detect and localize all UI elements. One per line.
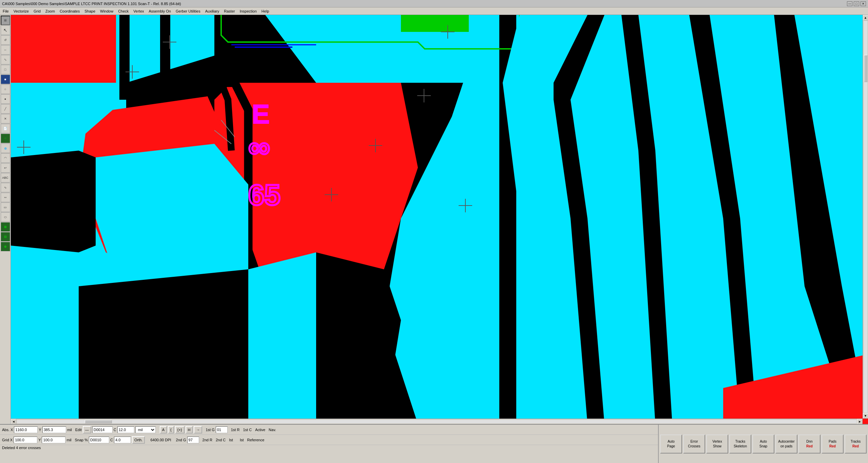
horizontal-scrollbar[interactable]: ◄ ► <box>11 419 863 424</box>
menu-inspection[interactable]: Inspection <box>238 8 259 14</box>
autocenter-on-pads-btn[interactable]: Autocenter on pads <box>775 435 797 454</box>
svg-marker-20 <box>11 151 96 252</box>
error-crosses-btn[interactable]: Error Crosses <box>683 435 705 454</box>
auto-snap-btn[interactable]: Auto Snap <box>752 435 774 454</box>
tool-rect-outline[interactable]: □ <box>1 65 10 74</box>
2nd-g-val[interactable] <box>187 437 199 443</box>
1st-c-label: 1st C <box>243 428 252 432</box>
menu-grid[interactable]: Grid <box>32 8 43 14</box>
tracks-skeleton-btn[interactable]: Tracks Skeleton <box>729 435 751 454</box>
tool-mirror[interactable]: ↔ <box>1 45 10 55</box>
nav-label: Nav. <box>269 428 276 432</box>
y-value-1[interactable] <box>42 426 66 433</box>
menu-zoom[interactable]: Zoom <box>43 8 57 14</box>
scroll-right-button[interactable]: ► <box>857 419 863 424</box>
status-row-2: Grid X Y mil Snap % C Orth. 6400.00 DPI … <box>0 435 658 445</box>
menu-window[interactable]: Window <box>98 8 115 14</box>
tool-circle-outline[interactable]: ○ <box>1 84 10 94</box>
svg-marker-22 <box>79 269 265 424</box>
orth-btn[interactable]: Orth. <box>132 436 145 444</box>
2nd-r-label: 2nd R <box>202 438 212 442</box>
unit-select-1[interactable]: mil mm <box>135 426 156 433</box>
tool-ellipse[interactable]: ⬭ <box>1 212 10 222</box>
tool-text[interactable]: ABC <box>1 173 10 182</box>
1st-g-val[interactable] <box>216 426 228 433</box>
active-label: Active <box>255 428 265 432</box>
tool-select[interactable]: ↖ <box>1 25 10 35</box>
tool-pattern2[interactable]: ⊟ <box>1 232 10 242</box>
aperture-val-2[interactable] <box>114 437 131 443</box>
tool-grid[interactable]: ⊞ <box>1 16 10 25</box>
window-title: CA\000 Samples\000 Demo Samples\SAMPLE L… <box>2 2 181 6</box>
tool-curve2[interactable]: ∾ <box>1 193 10 202</box>
svg-text:∞: ∞ <box>248 130 270 164</box>
tool-zoom[interactable]: ⊕ <box>1 242 10 251</box>
tool-pattern1[interactable]: ⊞ <box>1 222 10 232</box>
menu-help[interactable]: Help <box>259 8 271 14</box>
aperture-2[interactable] <box>89 437 109 443</box>
x-value-2[interactable] <box>14 437 37 443</box>
menu-bar: File Vectorize Grid Zoom Coordinates Sha… <box>0 7 868 15</box>
unit-1: mil <box>67 428 72 432</box>
menu-shape[interactable]: Shape <box>82 8 97 14</box>
x-value-1[interactable] <box>14 426 38 433</box>
status-message-row: Deleted 4 error crosses <box>0 445 658 452</box>
tool-undo[interactable]: ↩ <box>1 163 10 173</box>
menu-check[interactable]: Check <box>116 8 131 14</box>
tool-circle-fill[interactable]: ● <box>1 94 10 104</box>
menu-file[interactable]: File <box>1 8 11 14</box>
tool-rect-fill[interactable]: ■ <box>1 75 10 84</box>
tool-scale[interactable]: ⤡ <box>1 55 10 64</box>
svg-rect-28 <box>401 15 469 32</box>
menu-assembly-on[interactable]: Assembly On <box>147 8 173 14</box>
window-controls: — □ ✕ <box>847 1 866 6</box>
tool-page[interactable]: 📄 <box>1 124 10 133</box>
unit-2: mil <box>66 438 71 442</box>
scroll-thumb-v[interactable] <box>864 55 867 82</box>
scroll-track-h[interactable] <box>17 420 856 423</box>
tool-rect2[interactable]: ▭ <box>1 202 10 212</box>
menu-vertex[interactable]: Vertex <box>131 8 146 14</box>
tool-rotate[interactable]: ↺ <box>1 35 10 45</box>
close-button[interactable]: ✕ <box>861 1 866 6</box>
canvas-area[interactable]: E ∞ 65 <box>11 15 868 424</box>
y-value-2[interactable] <box>42 437 65 443</box>
scroll-up-button[interactable]: ▲ <box>863 15 868 20</box>
tracks-red-btn[interactable]: Tracks Red <box>845 435 867 454</box>
a-btn[interactable]: A <box>160 426 167 433</box>
vertical-scrollbar[interactable]: ▲ ▼ <box>863 15 868 419</box>
aperture-input[interactable] <box>92 426 113 433</box>
2nd-g-label: 2nd G <box>176 438 186 442</box>
title-bar: CA\000 Samples\000 Demo Samples\SAMPLE L… <box>0 0 868 7</box>
menu-raster[interactable]: Raster <box>222 8 237 14</box>
scroll-left-button[interactable]: ◄ <box>11 419 16 424</box>
menu-auxiliary[interactable]: Auxiliary <box>203 8 221 14</box>
tool-curve1[interactable]: ∿ <box>1 183 10 192</box>
tool-eraser[interactable]: ✕ <box>1 114 10 123</box>
menu-vectorize[interactable]: Vectorize <box>12 8 31 14</box>
tool-measure[interactable]: ⊕ <box>1 143 10 153</box>
maximize-button[interactable]: □ <box>854 1 859 6</box>
tool-grid-view[interactable]: ⁘ <box>1 134 10 143</box>
edit-dash-btn[interactable]: — <box>83 426 91 433</box>
ist-label-1: Ist <box>229 438 233 442</box>
pads-red-btn[interactable]: Pads Red <box>822 435 844 454</box>
scroll-track-v[interactable] <box>864 21 867 412</box>
minimize-button[interactable]: — <box>847 1 852 6</box>
snap-label: Snap <box>75 438 84 442</box>
arrow-btn[interactable]: → <box>194 426 202 433</box>
h-btn[interactable]: H <box>186 426 193 433</box>
menu-coordinates[interactable]: Coordinates <box>58 8 82 14</box>
t-plus-btn[interactable]: {+} <box>175 426 185 433</box>
reference-label: Reference <box>247 438 265 442</box>
auto-page-btn[interactable]: Auto Page <box>660 435 682 454</box>
menu-gerber-utilities[interactable]: Gerber Utilities <box>174 8 202 14</box>
dnn-red-btn[interactable]: Dnn Red <box>798 435 821 454</box>
vertex-show-btn[interactable]: Vertex Show <box>706 435 728 454</box>
scroll-thumb-h[interactable] <box>85 420 112 423</box>
bracket-btn[interactable]: { <box>168 426 174 433</box>
tool-arc[interactable]: ◠ <box>1 153 10 163</box>
scroll-down-button[interactable]: ▼ <box>863 413 868 419</box>
tool-line[interactable]: ╱ <box>1 104 10 114</box>
aperture-val-1[interactable] <box>117 426 134 433</box>
